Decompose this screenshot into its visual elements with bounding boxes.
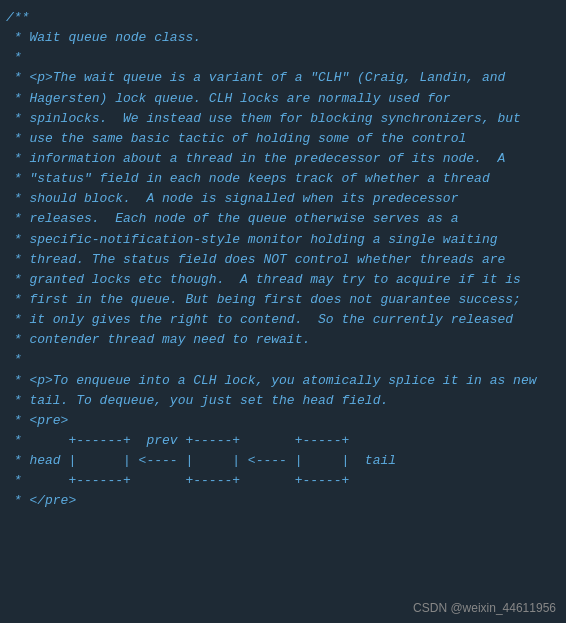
code-line: * spinlocks. We instead use them for blo… bbox=[6, 109, 560, 129]
code-line: * first in the queue. But being first do… bbox=[6, 290, 560, 310]
code-line: * thread. The status field does NOT cont… bbox=[6, 250, 560, 270]
code-line: * <pre> bbox=[6, 411, 560, 431]
code-line: * </pre> bbox=[6, 491, 560, 511]
code-line: * <p>The wait queue is a variant of a "C… bbox=[6, 68, 560, 88]
code-line: * Hagersten) lock queue. CLH locks are n… bbox=[6, 89, 560, 109]
code-line: * +------+ prev +-----+ +-----+ bbox=[6, 431, 560, 451]
code-line: * releases. Each node of the queue other… bbox=[6, 209, 560, 229]
code-line: * should block. A node is signalled when… bbox=[6, 189, 560, 209]
code-line: * granted locks etc though. A thread may… bbox=[6, 270, 560, 290]
code-line: * "status" field in each node keeps trac… bbox=[6, 169, 560, 189]
watermark: CSDN @weixin_44611956 bbox=[413, 601, 556, 615]
code-line: * specific-notification-style monitor ho… bbox=[6, 230, 560, 250]
code-line: * <p>To enqueue into a CLH lock, you ato… bbox=[6, 371, 560, 391]
code-line: * bbox=[6, 48, 560, 68]
code-line: * contender thread may need to rewait. bbox=[6, 330, 560, 350]
code-container: /** * Wait queue node class. * * <p>The … bbox=[0, 0, 566, 623]
code-line: * head | | <---- | | <---- | | tail bbox=[6, 451, 560, 471]
code-line: * use the same basic tactic of holding s… bbox=[6, 129, 560, 149]
code-line: * it only gives the right to contend. So… bbox=[6, 310, 560, 330]
code-line: * tail. To dequeue, you just set the hea… bbox=[6, 391, 560, 411]
code-line: /** bbox=[6, 8, 560, 28]
code-line: * Wait queue node class. bbox=[6, 28, 560, 48]
code-line: * +------+ +-----+ +-----+ bbox=[6, 471, 560, 491]
code-line: * information about a thread in the pred… bbox=[6, 149, 560, 169]
code-line: * bbox=[6, 350, 560, 370]
